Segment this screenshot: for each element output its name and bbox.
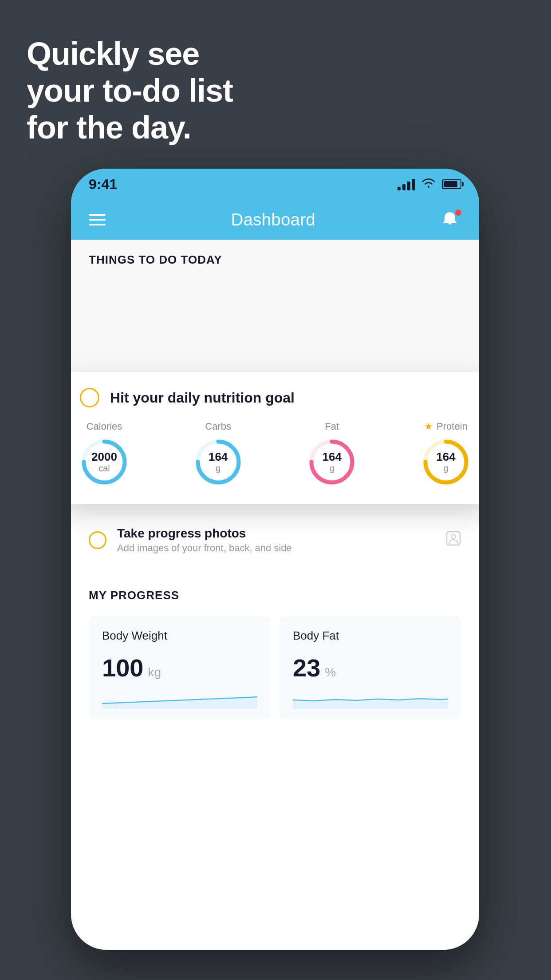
headline: Quickly see your to-do list for the day. [27,36,233,146]
progress-title: MY PROGRESS [89,589,461,602]
hamburger-menu-icon[interactable] [89,214,106,225]
battery-icon [442,179,461,189]
notification-bell-icon[interactable] [441,209,461,230]
calories-unit: cal [91,463,117,474]
todo-circle-photos [89,531,106,549]
progress-card-weight: Body Weight 100 kg [89,616,271,719]
app-title: Dashboard [231,210,315,229]
body-fat-title: Body Fat [293,629,448,643]
star-icon: ★ [424,421,433,432]
body-weight-value: 100 [102,653,143,682]
nutrition-card-title-row: Hit your daily nutrition goal [80,388,470,407]
headline-line1: Quickly see [27,36,233,72]
body-fat-value-row: 23 % [293,653,448,682]
todo-item-photos[interactable]: Take progress photos Add images of your … [89,514,461,566]
nutrition-circles-row: Calories 2000 cal [80,421,470,486]
status-bar: 9:41 [71,169,479,200]
body-fat-value: 23 [293,653,320,682]
person-icon [445,530,461,550]
carbs-label: Carbs [205,421,231,432]
fat-value: 164 [323,450,342,463]
progress-cards: Body Weight 100 kg Body Fat 23 % [89,616,461,719]
calories-label: Calories [87,421,122,432]
protein-unit: g [436,463,455,474]
body-fat-unit: % [325,665,336,680]
body-weight-value-row: 100 kg [102,653,257,682]
app-header: Dashboard [71,200,479,240]
nutrition-card: Hit your daily nutrition goal Calories [71,372,479,504]
status-icons [398,178,461,191]
nutrition-card-title: Hit your daily nutrition goal [110,390,295,406]
things-title: THINGS TO DO TODAY [89,253,222,266]
carbs-unit: g [209,463,228,474]
carbs-ring: 164 g [194,438,243,486]
nutrition-calories: Calories 2000 cal [80,421,129,486]
todo-subtitle-photos: Add images of your front, back, and side [117,542,435,554]
protein-value: 164 [436,450,455,463]
body-weight-unit: kg [148,665,161,680]
headline-line3: for the day. [27,109,233,146]
body-weight-chart [102,691,257,709]
fat-label: Fat [325,421,339,432]
progress-section: MY PROGRESS Body Weight 100 kg Body Fat … [71,566,479,737]
nutrition-carbs: Carbs 164 g [194,421,243,486]
signal-bars-icon [398,178,415,190]
headline-line2: your to-do list [27,72,233,109]
todo-text-photos: Take progress photos Add images of your … [117,526,435,554]
progress-card-bodyfat: Body Fat 23 % [279,616,461,719]
wifi-icon [421,178,436,191]
status-time: 9:41 [89,176,117,193]
body-weight-title: Body Weight [102,629,257,643]
nutrition-protein: ★ Protein 164 g [421,421,470,486]
body-fat-chart [293,691,448,709]
things-section: THINGS TO DO TODAY Hit your daily nutrit… [71,240,479,566]
nutrition-checkbox[interactable] [80,388,99,407]
calories-value: 2000 [91,450,117,463]
nutrition-fat: Fat 164 g [307,421,356,486]
todo-title-photos: Take progress photos [117,526,435,541]
phone-frame: 9:41 Da [71,169,479,950]
notification-dot [455,209,461,216]
fat-unit: g [323,463,342,474]
calories-ring: 2000 cal [80,438,129,486]
carbs-value: 164 [209,450,228,463]
protein-label: ★ Protein [424,421,468,432]
fat-ring: 164 g [307,438,356,486]
protein-ring: 164 g [421,438,470,486]
svg-point-10 [451,534,456,539]
